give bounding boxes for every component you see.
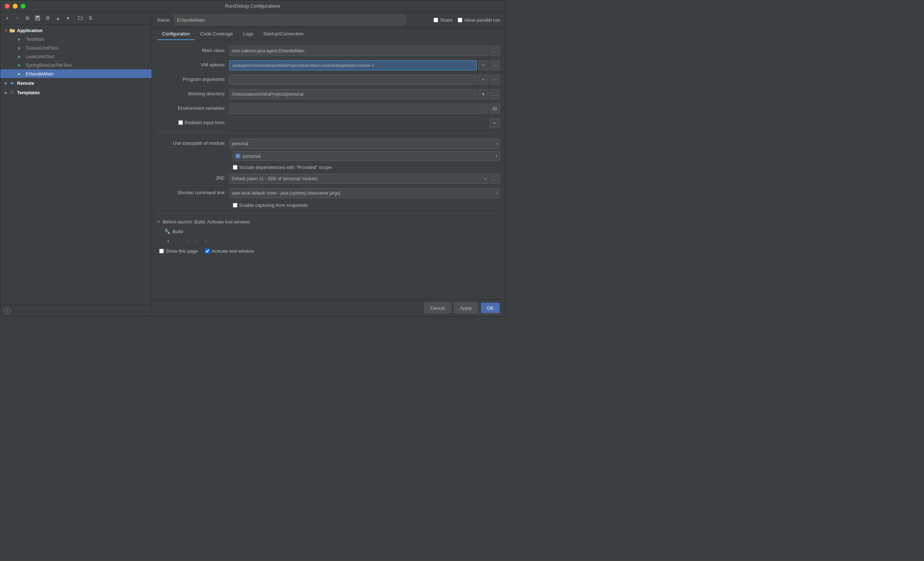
activate-tool-window-label[interactable]: Activate tool window	[205, 248, 254, 254]
run-config-icon-ehandle: ▶	[16, 70, 23, 77]
run-config-icon-springboot: ▶	[16, 62, 23, 68]
main-class-label: Main class:	[157, 46, 229, 53]
move-up-button[interactable]: ▴	[54, 14, 62, 22]
vm-options-label: VM options:	[157, 60, 229, 68]
working-dir-browse-button[interactable]: …	[490, 89, 500, 99]
working-dir-input[interactable]	[229, 89, 477, 99]
help-button[interactable]: ?	[4, 308, 10, 314]
before-launch-section: ▼ Before launch: Build, Activate tool wi…	[157, 219, 500, 254]
include-deps-checkbox[interactable]	[233, 165, 237, 170]
launch-edit-button[interactable]: ✎	[183, 237, 191, 245]
application-label: Application	[17, 28, 43, 33]
launch-remove-button[interactable]: −	[174, 237, 182, 245]
launch-add-button[interactable]: +	[164, 237, 172, 245]
jre-label: JRE:	[157, 174, 229, 181]
remove-config-button[interactable]: −	[14, 14, 21, 22]
activate-tool-window-checkbox[interactable]	[205, 249, 210, 254]
before-launch-collapse-arrow[interactable]: ▼	[157, 220, 160, 224]
shorten-cmd-select[interactable]: user-local default: none - java [options…	[229, 188, 500, 198]
tab-logs[interactable]: Logs	[238, 28, 258, 40]
tree-item-templates[interactable]: ▶ Templates	[0, 88, 152, 97]
name-input[interactable]	[174, 15, 405, 25]
main-class-browse-button[interactable]: …	[490, 46, 500, 56]
jre-select[interactable]: Default (open 11 - SDK of 'personal' mod…	[229, 174, 488, 184]
include-deps-text: Include dependencies with "Provided" sco…	[239, 165, 332, 170]
config-tree: ▼ Application ▶ TestMain ▶ GuauaLimitTes…	[0, 24, 152, 304]
tree-item-springboot[interactable]: ▶ SpringBootJarFileTest	[0, 61, 152, 69]
enable-snapshots-label[interactable]: Enable capturing form snapshots	[233, 202, 308, 208]
application-folder-icon	[9, 27, 15, 34]
program-args-expand-button[interactable]: +	[478, 75, 488, 85]
tree-item-application[interactable]: ▼ Application	[0, 26, 152, 34]
show-page-checkbox[interactable]	[159, 249, 164, 254]
allow-parallel-label[interactable]: Allow parallel run	[458, 17, 500, 23]
traffic-lights	[5, 4, 26, 9]
redirect-label-cell: Redirect input from:	[157, 118, 229, 125]
working-dir-row: Working directory: ▾ …	[157, 89, 500, 99]
env-vars-input[interactable]	[229, 104, 488, 114]
show-page-label[interactable]: Show this page	[159, 248, 198, 254]
launch-move-up-button[interactable]: ▴	[192, 237, 200, 245]
tree-item-leak[interactable]: ▶ LeakLimitTest	[0, 52, 152, 61]
minimize-button[interactable]	[13, 4, 18, 9]
share-checkbox[interactable]	[434, 18, 438, 22]
redirect-input-field[interactable]	[229, 118, 488, 128]
tab-startup-connection[interactable]: Startup/Connection	[258, 28, 309, 40]
share-checkbox-label[interactable]: Share	[434, 17, 453, 23]
tab-configuration[interactable]: Configuration	[157, 28, 195, 40]
module-icon: m	[236, 153, 240, 159]
add-config-button[interactable]: +	[3, 14, 11, 22]
springboot-label: SpringBootJarFileTest	[24, 63, 72, 68]
testmain-label: TestMain	[24, 36, 44, 42]
shorten-cmd-control: user-local default: none - java [options…	[229, 188, 500, 198]
maximize-button[interactable]	[21, 4, 26, 9]
env-vars-browse-button[interactable]	[490, 104, 500, 114]
classpath-display: m personal ▾	[157, 151, 500, 161]
redirect-input-label: Redirect input from:	[185, 120, 226, 125]
tree-item-testmain[interactable]: ▶ TestMain	[0, 34, 152, 44]
copy-config-button[interactable]: ⧉	[24, 14, 32, 22]
tree-item-ehandlemain[interactable]: ▶ EHandleMain	[0, 69, 152, 78]
vm-options-browse-button[interactable]: ⋯	[490, 60, 500, 70]
include-deps-label[interactable]: Include dependencies with "Provided" sco…	[233, 165, 332, 170]
templates-label: Templates	[17, 90, 40, 95]
tab-code-coverage[interactable]: Code Coverage	[195, 28, 238, 40]
share-label: Share	[440, 17, 453, 23]
program-args-control: + ⋯	[229, 75, 500, 85]
main-class-input[interactable]	[229, 46, 488, 56]
run-config-icon-guaua: ▶	[16, 44, 23, 51]
move-down-button[interactable]: ▾	[64, 14, 72, 22]
jre-row: JRE: Default (open 11 - SDK of 'personal…	[157, 174, 500, 184]
tree-item-remote[interactable]: ▶ Remote	[0, 79, 152, 87]
program-args-browse-button[interactable]: ⋯	[490, 75, 500, 85]
redirect-browse-button[interactable]	[490, 118, 500, 128]
shorten-cmd-row: Shorten command line: user-local default…	[157, 188, 500, 198]
separator	[74, 15, 74, 21]
enable-snapshots-checkbox[interactable]	[233, 203, 237, 208]
working-dir-dropdown-button[interactable]: ▾	[478, 89, 488, 99]
footer: Cancel Apply OK CSDN @Saleson	[152, 299, 505, 316]
build-item: 🔧 Build	[157, 227, 500, 236]
vm-options-row: VM options: + ⋯	[157, 60, 500, 70]
window-title: Run/Debug Configurations	[225, 3, 280, 9]
program-args-label: Program arguments:	[157, 75, 229, 82]
show-page-row: Show this page Activate tool window	[157, 248, 500, 254]
redirect-input-checkbox[interactable]	[178, 120, 183, 125]
close-button[interactable]	[5, 4, 10, 9]
save-config-button[interactable]	[34, 14, 42, 22]
launch-move-down-button[interactable]: ▾	[202, 237, 210, 245]
program-args-input[interactable]	[229, 75, 477, 85]
classpath-select[interactable]: personal	[229, 139, 500, 149]
tree-item-guaua[interactable]: ▶ GuauaLimitTest	[0, 44, 152, 52]
classpath-row: Use classpath of module: personal ▾	[157, 139, 500, 149]
svg-rect-2	[36, 18, 39, 20]
jre-browse-button[interactable]: …	[490, 174, 500, 184]
allow-parallel-checkbox[interactable]	[458, 18, 462, 22]
settings-button[interactable]: ⚙	[44, 14, 52, 22]
vm-options-expand-button[interactable]: +	[478, 60, 488, 70]
vm-options-input[interactable]	[229, 60, 477, 70]
folder-button[interactable]	[76, 14, 84, 22]
sort-button[interactable]: ⇅	[87, 14, 94, 22]
expand-arrow-application: ▼	[3, 28, 9, 33]
cancel-button[interactable]: Cancel	[424, 303, 451, 314]
